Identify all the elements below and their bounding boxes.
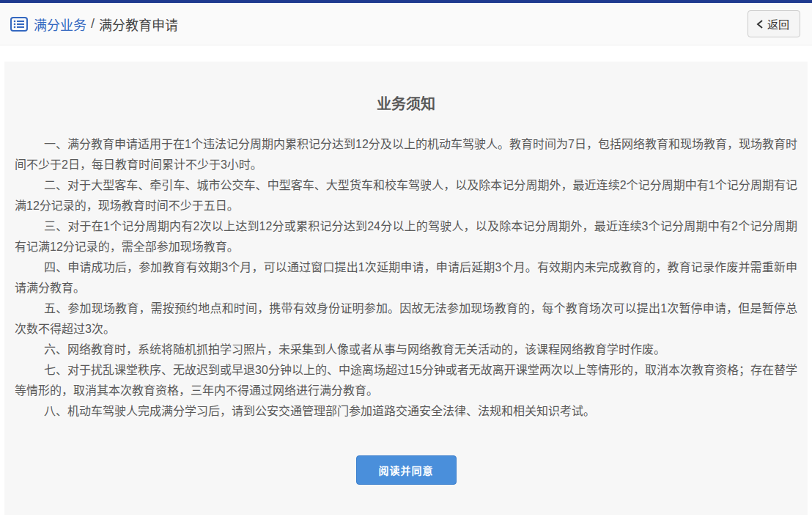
- agree-button-container: 阅读并同意: [15, 455, 797, 485]
- breadcrumb-current: 满分教育申请: [99, 15, 178, 34]
- notice-body: 一、满分教育申请适用于在1个违法记分周期内累积记分达到12分及以上的机动车驾驶人…: [15, 134, 797, 422]
- notice-paragraph-3: 三、对于在1个记分周期内有2次以上达到12分或累积记分达到24分以上的驾驶人，以…: [15, 216, 797, 257]
- notice-card: 业务须知 一、满分教育申请适用于在1个违法记分周期内累积记分达到12分及以上的机…: [4, 62, 808, 515]
- back-button[interactable]: 返回: [748, 10, 800, 37]
- notice-paragraph-6: 六、网络教育时，系统将随机抓拍学习照片，未采集到人像或者从事与网络教育无关活动的…: [15, 340, 797, 360]
- notice-paragraph-8: 八、机动车驾驶人完成满分学习后，请到公安交通管理部门参加道路交通安全法律、法规和…: [15, 401, 797, 422]
- notice-paragraph-5: 五、参加现场教育，需按预约地点和时间，携带有效身份证明参加。因故无法参加现场教育…: [15, 298, 797, 340]
- notice-paragraph-4: 四、申请成功后，参加教育有效期3个月，可以通过窗口提出1次延期申请，申请后延期3…: [15, 257, 797, 298]
- breadcrumb-root-link[interactable]: 满分业务: [34, 15, 86, 34]
- list-icon: [10, 17, 28, 32]
- breadcrumb: 满分业务 / 满分教育申请: [10, 15, 178, 34]
- notice-title: 业务须知: [15, 92, 797, 114]
- page-header: 满分业务 / 满分教育申请 返回: [0, 3, 812, 45]
- agree-button[interactable]: 阅读并同意: [356, 455, 457, 485]
- chevron-left-icon: [756, 20, 764, 29]
- notice-paragraph-7: 七、对于扰乱课堂秩序、无故迟到或早退30分钟以上的、中途离场超过15分钟或者无故…: [15, 360, 797, 401]
- breadcrumb-separator: /: [91, 16, 95, 32]
- notice-paragraph-2: 二、对于大型客车、牵引车、城市公交车、中型客车、大型货车和校车驾驶人，以及除本记…: [15, 175, 797, 216]
- notice-paragraph-1: 一、满分教育申请适用于在1个违法记分周期内累积记分达到12分及以上的机动车驾驶人…: [15, 134, 797, 175]
- back-button-label: 返回: [767, 16, 789, 32]
